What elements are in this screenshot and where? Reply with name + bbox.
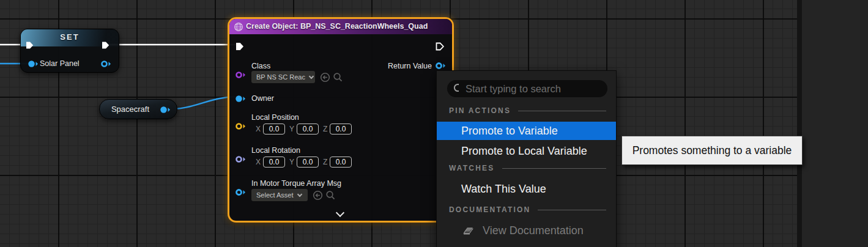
axis-x-label: X: [256, 125, 261, 133]
spacecraft-node-title: Spacecraft: [100, 105, 161, 114]
tooltip: Promotes something to a variable: [621, 136, 803, 165]
menu-item-view-documentation[interactable]: View Documentation: [437, 221, 616, 240]
local-position-pin-label: Local Position: [251, 113, 299, 122]
owner-input-pin[interactable]: [235, 95, 246, 103]
position-z-field[interactable]: [330, 124, 352, 135]
position-y-field[interactable]: [297, 124, 319, 135]
class-input-pin[interactable]: [235, 71, 246, 79]
use-selected-asset-icon[interactable]: [320, 72, 330, 83]
menu-item-label: Watch This Value: [461, 183, 546, 196]
class-pin-label: Class: [251, 62, 270, 70]
browse-asset-icon[interactable]: [333, 72, 343, 83]
exec-input-pin[interactable]: [25, 41, 34, 50]
section-divider: [538, 210, 606, 210]
exec-output-pin[interactable]: [101, 41, 110, 50]
browse-asset-icon[interactable]: [325, 190, 336, 201]
exec-input-pin[interactable]: [235, 42, 245, 51]
spacecraft-output-pin[interactable]: [160, 106, 171, 114]
axis-z-label: Z: [323, 158, 327, 166]
menu-item-label: Promote to Variable: [461, 125, 558, 138]
class-select-dropdown[interactable]: BP NS SC Reac: [251, 71, 315, 83]
section-header: WATCHES: [449, 164, 495, 172]
section-divider: [518, 111, 606, 111]
axis-z-label: Z: [323, 125, 327, 133]
solar-panel-input-pin[interactable]: [28, 60, 39, 68]
expand-node-chevron-icon[interactable]: [336, 208, 344, 217]
local-position-input-pin[interactable]: [235, 122, 246, 130]
section-documentation: DOCUMENTATION: [449, 205, 606, 214]
pin-context-menu: PIN ACTIONS Promote to Variable Promote …: [436, 70, 617, 247]
solar-panel-pin-label: Solar Panel: [40, 59, 80, 68]
globe-icon: [234, 22, 243, 32]
menu-search-box[interactable]: [447, 80, 607, 97]
rotation-x-field[interactable]: [263, 157, 285, 168]
menu-item-label: Promote to Local Variable: [461, 145, 587, 158]
select-asset-dropdown[interactable]: Select Asset: [251, 189, 308, 201]
set-node-title: SET: [21, 32, 119, 42]
section-header: PIN ACTIONS: [449, 106, 511, 115]
section-pin-actions: PIN ACTIONS: [449, 106, 606, 115]
section-watches: WATCHES: [449, 164, 606, 172]
book-icon: [461, 225, 475, 236]
motor-torque-msg-input-pin[interactable]: [235, 188, 246, 196]
return-value-pin-label: Return Value: [388, 62, 432, 70]
spacecraft-variable-node[interactable]: Spacecraft: [99, 99, 177, 119]
set-node[interactable]: SET Solar Panel: [20, 29, 119, 73]
chevron-down-icon: [309, 73, 314, 78]
axis-x-label: X: [256, 158, 261, 166]
solar-panel-output-pin[interactable]: [100, 60, 111, 68]
section-divider: [502, 168, 606, 169]
menu-item-promote-to-variable[interactable]: Promote to Variable: [437, 122, 616, 140]
create-object-node-title: Create Object: BP_NS_SC_ReactionWheels_Q…: [246, 22, 428, 31]
use-selected-asset-icon[interactable]: [313, 190, 323, 201]
exec-output-pin[interactable]: [435, 42, 445, 51]
blueprint-editor: SET Solar Panel Spacecraft Create Object…: [0, 0, 868, 247]
menu-item-watch-this-value[interactable]: Watch This Value: [437, 180, 616, 198]
owner-pin-label: Owner: [251, 94, 274, 103]
return-value-output-pin[interactable]: [435, 62, 446, 70]
search-icon: [453, 83, 459, 94]
tooltip-text: Promotes something to a variable: [632, 144, 792, 157]
axis-y-label: Y: [289, 158, 294, 166]
create-object-node[interactable]: Create Object: BP_NS_SC_ReactionWheels_Q…: [228, 17, 454, 223]
motor-torque-msg-pin-label: In Motor Torque Array Msg: [251, 179, 341, 188]
rotation-z-field[interactable]: [330, 157, 352, 168]
class-select-value: BP NS SC Reac: [256, 73, 305, 81]
search-input[interactable]: [464, 83, 601, 95]
rotation-y-field[interactable]: [297, 157, 319, 168]
chevron-down-icon: [297, 191, 302, 196]
section-header: DOCUMENTATION: [449, 205, 530, 214]
position-x-field[interactable]: [263, 124, 285, 135]
menu-item-label: View Documentation: [483, 224, 584, 237]
menu-item-promote-to-local-variable[interactable]: Promote to Local Variable: [437, 142, 616, 160]
select-asset-value: Select Asset: [256, 191, 294, 199]
axis-y-label: Y: [289, 125, 294, 133]
local-rotation-input-pin[interactable]: [235, 155, 246, 163]
local-rotation-pin-label: Local Rotation: [251, 146, 300, 155]
